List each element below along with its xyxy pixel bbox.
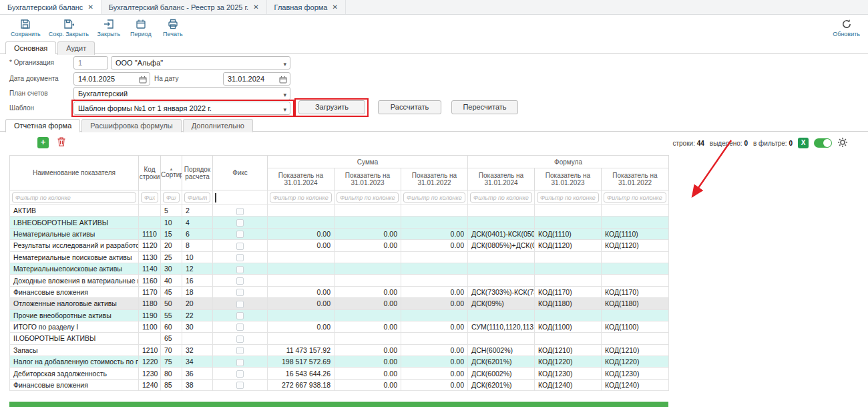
tab-main-form[interactable]: Главная форма ✕ <box>267 0 346 14</box>
fix-checkbox[interactable] <box>236 289 244 296</box>
cell-fix[interactable] <box>213 309 268 321</box>
calculate-button[interactable]: Рассчитать <box>378 100 441 114</box>
cell-fix[interactable] <box>213 286 268 297</box>
tab-report-form[interactable]: Отчетная форма <box>5 119 80 132</box>
cell-fix[interactable] <box>213 240 268 251</box>
filter-input-order[interactable] <box>184 192 210 202</box>
load-button[interactable]: Загрузить <box>298 100 365 114</box>
fix-checkbox[interactable] <box>236 347 244 354</box>
template-select[interactable]: Шаблон формы №1 от 1 января 2022 г. ▾ <box>73 102 290 115</box>
organization-select[interactable]: ООО "Альфа" ▾ <box>111 56 290 70</box>
filter-input-sum-2022[interactable] <box>403 192 465 202</box>
organization-code-field[interactable] <box>73 56 108 70</box>
filter-input-formula-2023[interactable] <box>537 192 599 202</box>
column-header-code[interactable]: Код строки <box>139 156 161 190</box>
filter-input-formula-2024[interactable] <box>470 192 532 202</box>
column-header-sort[interactable]: ▲Сортировки <box>161 156 182 190</box>
fix-checkbox[interactable] <box>236 301 244 308</box>
cell-fix[interactable] <box>213 217 268 228</box>
cell-fix[interactable] <box>213 275 268 286</box>
column-header-sum-2023[interactable]: Показатель на 31.01.2023 <box>335 168 401 190</box>
cell-fix[interactable] <box>213 379 268 390</box>
cell-fix[interactable] <box>213 263 268 274</box>
recalculate-button[interactable]: Пересчитать <box>451 100 518 114</box>
filter-input-code[interactable] <box>141 192 158 202</box>
cell-fix[interactable] <box>213 228 268 239</box>
column-header-formula-2023[interactable]: Показатель на 31.01.2023 <box>535 168 602 190</box>
close-tab-icon[interactable]: ✕ <box>87 3 93 11</box>
chart-of-accounts-select[interactable]: Бухгалтерский ▾ <box>73 87 290 100</box>
fix-checkbox[interactable] <box>236 277 244 285</box>
table-row[interactable]: АКТИВ52 <box>10 205 669 217</box>
fix-checkbox[interactable] <box>236 254 244 261</box>
save-button[interactable]: Сохранить <box>7 17 45 39</box>
table-row[interactable]: Нематериальные поисковые активы11302510 <box>10 251 669 263</box>
doc-date-field[interactable]: 14.01.2025 <box>73 72 150 86</box>
fix-checkbox[interactable] <box>236 231 244 238</box>
excel-export-icon[interactable]: X <box>798 138 809 148</box>
fix-checkbox[interactable] <box>236 359 244 366</box>
column-header-formula-2024[interactable]: Показатель на 31.01.2024 <box>468 168 535 190</box>
filter-input-sum-2023[interactable] <box>337 192 399 202</box>
tab-audit[interactable]: Аудит <box>57 41 95 55</box>
close-tab-icon[interactable]: ✕ <box>332 3 337 11</box>
calendar-icon[interactable] <box>139 75 147 87</box>
fix-checkbox[interactable] <box>236 219 244 227</box>
column-header-fix[interactable]: Фикс <box>213 156 268 190</box>
print-button[interactable]: Печать <box>157 17 189 39</box>
grid-toggle[interactable] <box>814 138 832 148</box>
table-row[interactable]: Доходные вложения в материальные ц...116… <box>10 275 669 286</box>
column-header-formula-2022[interactable]: Показатель на 31.01.2022 <box>602 168 669 190</box>
table-row[interactable]: Запасы1210703211 473 157.920.000.00ДСН(6… <box>10 344 669 356</box>
add-row-button[interactable]: + <box>37 137 49 148</box>
table-row[interactable]: Дебиторская задолженность1230803616 543 … <box>10 368 669 379</box>
filter-input-name[interactable] <box>12 192 136 202</box>
cell-fix[interactable] <box>213 321 268 332</box>
table-row[interactable]: Нематериальные активы11101560.000.000.00… <box>10 228 669 239</box>
cell-fix[interactable] <box>213 251 268 263</box>
save-close-button[interactable]: Сокр. Закрыть <box>45 17 93 39</box>
column-header-order[interactable]: Порядок расчета <box>182 156 213 190</box>
table-row[interactable]: ИТОГО по разделу I110060300.000.000.00СУ… <box>10 321 669 332</box>
close-tab-icon[interactable]: ✕ <box>253 3 258 11</box>
cell-fix[interactable] <box>213 298 268 309</box>
period-button[interactable]: Период <box>125 17 157 39</box>
filter-input-sort[interactable] <box>163 192 180 202</box>
fix-filter-checkbox[interactable] <box>215 193 216 202</box>
table-row[interactable]: Налог на добавленную стоимость по пр...1… <box>10 356 669 368</box>
table-row[interactable]: Материальныепоисковые активы11403012 <box>10 263 669 274</box>
filter-fix-cell[interactable] <box>213 190 268 205</box>
fix-checkbox[interactable] <box>236 266 244 273</box>
table-row[interactable]: II.ОБОРОТНЫЕ АКТИВЫ65 <box>10 333 669 344</box>
cell-fix[interactable] <box>213 356 268 368</box>
table-row[interactable]: Результаты исследований и разработок1120… <box>10 240 669 251</box>
close-button[interactable]: Закрыть <box>93 17 125 39</box>
fix-checkbox[interactable] <box>236 335 244 343</box>
refresh-button[interactable]: Обновить <box>829 17 864 39</box>
tab-main[interactable]: Основная <box>5 41 56 54</box>
column-header-sum-2024[interactable]: Показатель на 31.01.2024 <box>268 168 335 190</box>
column-header-name[interactable]: Наименование показателя <box>10 156 139 190</box>
tab-balance[interactable]: Бухгалтерский баланс ✕ <box>0 0 101 14</box>
fix-checkbox[interactable] <box>236 382 244 389</box>
table-row[interactable]: I.ВНЕОБОРОТНЫЕ АКТИВЫ104 <box>10 217 669 228</box>
gear-icon[interactable] <box>837 137 848 149</box>
filter-input-sum-2024[interactable] <box>270 192 332 202</box>
cell-fix[interactable] <box>213 344 268 356</box>
fix-checkbox[interactable] <box>236 323 244 331</box>
tab-additional[interactable]: Дополнительно <box>183 119 253 132</box>
delete-row-button[interactable] <box>56 136 68 148</box>
cell-fix[interactable] <box>213 333 268 344</box>
partial-row-highlight[interactable] <box>9 402 668 407</box>
tab-formula-decode[interactable]: Расшифровка формулы <box>81 119 181 132</box>
fix-checkbox[interactable] <box>236 312 244 319</box>
filter-input-formula-2022[interactable] <box>604 192 666 202</box>
fix-checkbox[interactable] <box>236 370 244 378</box>
table-row[interactable]: Отложенные налоговые активы118050200.000… <box>10 298 669 309</box>
table-row[interactable]: Финансовые вложения117045180.000.000.00Д… <box>10 286 669 297</box>
table-row[interactable]: Прочие внеоборотные активы11905522 <box>10 309 669 321</box>
column-header-sum-2022[interactable]: Показатель на 31.01.2022 <box>401 168 468 190</box>
calendar-icon[interactable] <box>279 75 287 87</box>
cell-fix[interactable] <box>213 205 268 217</box>
cell-fix[interactable] <box>213 368 268 379</box>
